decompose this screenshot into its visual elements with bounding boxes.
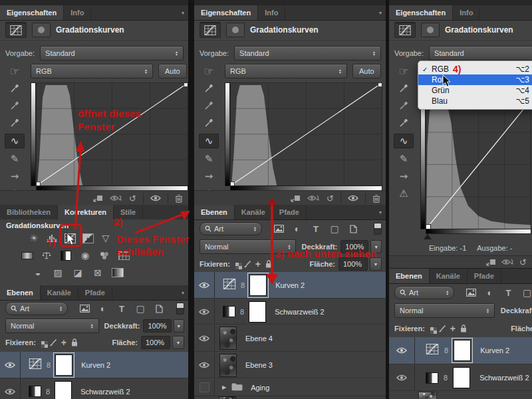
hue-saturation-icon[interactable] <box>20 249 35 262</box>
filter-type-layers-icon[interactable]: T <box>501 286 515 299</box>
clip-to-layer-icon[interactable] <box>93 194 103 202</box>
view-previous-state-icon[interactable] <box>501 258 514 266</box>
layer-mask-thumbnail[interactable] <box>249 275 267 296</box>
tab-pfade[interactable]: Pfade <box>467 269 501 283</box>
layer-row-partial[interactable] <box>194 396 386 399</box>
layer-row-schwarzweiss2[interactable]: 8 Schwarzweiß 2 <box>389 365 532 391</box>
tab-kanaele[interactable]: Kanäle <box>41 285 78 300</box>
curves-grid[interactable] <box>36 82 188 186</box>
filter-smart-objects-icon[interactable] <box>152 302 166 315</box>
targeted-adjustment-icon[interactable]: ☞ <box>398 63 408 80</box>
layer-row-ebene3[interactable]: Ebene 3 <box>194 352 386 378</box>
filter-pixel-layers-icon[interactable] <box>77 302 92 315</box>
panel-menu-icon[interactable]: ▾ <box>178 205 188 219</box>
menu-item-rot[interactable]: Rot ⌥3 <box>418 74 532 85</box>
hidden-visibility-box[interactable] <box>200 382 209 392</box>
pencil-tool-icon[interactable]: ✎ <box>11 150 19 168</box>
curve-handle-highlight[interactable] <box>378 82 382 87</box>
layer-row-schwarzweiss2[interactable]: 8 Schwarzweiß 2 <box>0 378 188 399</box>
blend-mode-select[interactable]: Normal ▲▼ <box>394 303 495 318</box>
tab-ebenen[interactable]: Ebenen <box>194 205 235 219</box>
layer-group-row-aging[interactable]: ▶ Aging <box>194 379 386 396</box>
mask-badge-icon[interactable] <box>32 23 51 37</box>
auto-button[interactable]: Auto <box>158 64 187 78</box>
gray-eyedropper-icon[interactable] <box>399 97 408 114</box>
filter-pixel-layers-icon[interactable] <box>464 286 478 299</box>
reset-icon[interactable]: ↺ <box>327 194 334 203</box>
black-white-icon[interactable] <box>59 249 73 262</box>
lock-all-icon[interactable] <box>263 257 274 271</box>
fill-drop-icon[interactable]: ▼ <box>370 257 382 271</box>
filter-adjustment-layers-icon[interactable]: ◐ <box>96 302 110 315</box>
curve-line[interactable] <box>231 83 382 186</box>
lock-paint-icon[interactable] <box>48 336 59 349</box>
smooth-curve-icon[interactable]: ⇝ <box>205 168 213 185</box>
delete-adjustment-icon[interactable] <box>175 194 183 203</box>
lock-all-icon[interactable] <box>69 336 80 349</box>
tab-ebenen[interactable]: Ebenen <box>389 269 430 283</box>
view-previous-state-icon[interactable] <box>307 194 320 202</box>
lock-paint-icon[interactable] <box>242 257 253 271</box>
channel-select[interactable]: RGB ▲▼ <box>31 64 153 78</box>
shadow-input-slider[interactable] <box>424 234 432 239</box>
white-eyedropper-icon[interactable] <box>399 114 408 132</box>
lock-transparency-icon[interactable] <box>235 263 239 266</box>
tab-kanaele[interactable]: Kanäle <box>235 205 273 219</box>
posterize-icon[interactable]: ▨ <box>51 266 65 279</box>
filter-toggle-switch[interactable] <box>374 223 382 235</box>
eye-column[interactable] <box>0 352 21 378</box>
gray-eyedropper-icon[interactable] <box>204 97 213 114</box>
filter-type-layers-icon[interactable]: T <box>114 302 129 315</box>
fill-value[interactable]: 100% <box>338 257 368 271</box>
curve-point-tool-icon[interactable]: ∿ <box>5 134 25 148</box>
curve-point-tool-icon[interactable]: ∿ <box>199 134 219 148</box>
mask-badge-icon[interactable] <box>226 23 245 37</box>
white-eyedropper-icon[interactable] <box>10 114 19 132</box>
layer-row-ebene4[interactable]: Ebene 4 <box>194 325 386 352</box>
clip-to-layer-icon[interactable] <box>486 258 496 266</box>
layer-name[interactable]: Schwarzweiß 2 <box>80 388 130 396</box>
lock-transparency-icon[interactable] <box>430 327 434 331</box>
filter-adjustment-layers-icon[interactable]: ◐ <box>290 222 305 235</box>
menu-item-gruen[interactable]: Grün ⌥4 <box>418 85 532 96</box>
lock-all-icon[interactable] <box>458 322 469 335</box>
curve-line[interactable] <box>426 100 531 229</box>
lock-paint-icon[interactable] <box>437 322 448 335</box>
eye-column[interactable] <box>0 378 21 399</box>
pencil-tool-icon[interactable]: ✎ <box>400 150 408 168</box>
layer-mask-thumbnail[interactable] <box>55 354 72 376</box>
layer-row-kurven2[interactable]: 8 Kurven 2 <box>194 272 386 299</box>
layer-row-kurven2[interactable]: 8 Kurven 2 <box>0 352 188 378</box>
black-eyedropper-icon[interactable] <box>10 80 19 97</box>
layer-mask-thumbnail[interactable] <box>453 367 470 388</box>
tab-bibliotheken[interactable]: Bibliotheken <box>0 205 58 219</box>
tab-eigenschaften[interactable]: Eigenschaften <box>0 5 64 20</box>
blend-mode-select[interactable]: Normal ▲▼ <box>5 319 99 333</box>
lock-transparency-icon[interactable] <box>41 341 45 344</box>
group-name[interactable]: Aging <box>251 384 269 392</box>
reset-icon[interactable]: ↺ <box>129 194 136 203</box>
opacity-drop-icon[interactable]: ▼ <box>174 319 184 332</box>
gradient-map-icon[interactable] <box>110 266 125 279</box>
smooth-curve-icon[interactable]: ⇝ <box>11 168 19 185</box>
vorgabe-select[interactable]: Standard <box>429 46 532 61</box>
eye-column[interactable] <box>194 299 215 324</box>
eye-column[interactable] <box>194 352 215 378</box>
layer-thumbnail[interactable] <box>219 354 237 377</box>
curve-line[interactable] <box>37 83 188 186</box>
menu-item-rgb[interactable]: ✓ RGB 4) ⌥2 <box>418 64 532 74</box>
layer-row-schwarzweiss2[interactable]: 8 Schwarzweiß 2 <box>194 299 386 325</box>
invert-icon[interactable]: ◒ <box>31 266 45 279</box>
layer-name[interactable]: Ebene 3 <box>245 361 273 369</box>
tab-pfade[interactable]: Pfade <box>273 205 307 219</box>
eye-column[interactable] <box>194 272 215 298</box>
filter-type-select[interactable]: Art ▲▼ <box>200 222 262 235</box>
channel-select[interactable]: RGB ▲▼ <box>225 64 347 78</box>
black-eyedropper-icon[interactable] <box>399 80 408 97</box>
layer-name[interactable]: Kurven 2 <box>480 346 509 354</box>
color-balance-icon[interactable] <box>39 249 54 262</box>
curves-grid[interactable] <box>426 100 531 229</box>
smooth-curve-icon[interactable]: ⇝ <box>400 168 408 185</box>
layer-mask-thumbnail[interactable] <box>249 301 266 323</box>
fill-drop-icon[interactable]: ▼ <box>172 336 184 349</box>
